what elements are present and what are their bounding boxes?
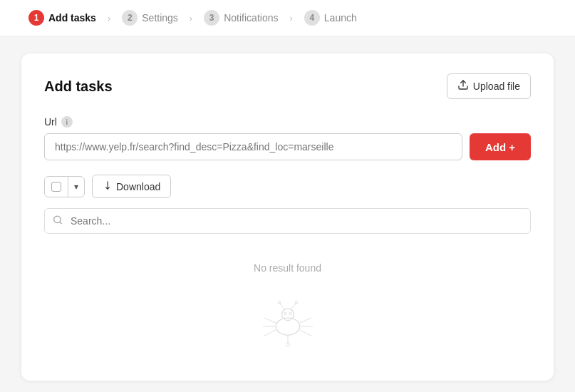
- svg-point-7: [289, 312, 291, 315]
- search-input[interactable]: [44, 208, 531, 234]
- step-4-label: Launch: [324, 12, 357, 24]
- upload-file-button[interactable]: Upload file: [447, 73, 531, 99]
- add-button[interactable]: Add +: [470, 133, 531, 160]
- search-icon: [53, 215, 63, 227]
- svg-line-11: [299, 318, 311, 323]
- stepper: 1 Add tasks › 2 Settings › 3 Notificatio…: [0, 0, 575, 36]
- step-1[interactable]: 1 Add tasks: [29, 10, 96, 26]
- url-label-row: Url i: [44, 116, 531, 128]
- download-label: Download: [116, 181, 160, 192]
- chevron-icon-3: ›: [289, 13, 292, 24]
- checkbox-dropdown[interactable]: ▾: [44, 176, 85, 197]
- svg-point-5: [281, 309, 294, 321]
- svg-line-10: [264, 330, 276, 336]
- url-input-row: Add +: [44, 133, 531, 160]
- svg-point-19: [286, 343, 289, 346]
- info-icon[interactable]: i: [61, 116, 73, 128]
- card-header: Add tasks Upload file: [44, 73, 531, 99]
- svg-point-6: [284, 312, 286, 315]
- step-1-label: Add tasks: [48, 12, 96, 24]
- chevron-icon-2: ›: [190, 13, 192, 24]
- svg-line-3: [60, 222, 62, 224]
- step-2-number: 2: [122, 10, 138, 26]
- upload-file-label: Upload file: [473, 81, 520, 92]
- download-button[interactable]: Download: [92, 175, 171, 198]
- step-4-number: 4: [304, 10, 320, 26]
- step-2[interactable]: 2 Settings: [122, 10, 178, 26]
- empty-text: No result found: [254, 262, 321, 274]
- svg-line-15: [291, 303, 296, 309]
- url-input[interactable]: [44, 133, 462, 160]
- chevron-icon-1: ›: [108, 13, 110, 24]
- main-card: Add tasks Upload file Url i Add + ▾: [21, 53, 554, 381]
- toolbar-row: ▾ Download: [44, 175, 531, 198]
- card-title: Add tasks: [44, 78, 113, 95]
- select-all-checkbox[interactable]: [51, 182, 61, 192]
- svg-line-14: [279, 303, 285, 309]
- download-icon: [103, 180, 113, 192]
- empty-illustration: [245, 287, 331, 358]
- checkbox-cell[interactable]: [45, 177, 68, 197]
- step-3[interactable]: 3 Notifications: [204, 10, 278, 26]
- dropdown-arrow-icon[interactable]: ▾: [68, 177, 84, 197]
- search-wrapper: [44, 208, 531, 234]
- url-label-text: Url: [44, 116, 57, 128]
- step-3-label: Notifications: [224, 12, 278, 24]
- step-2-label: Settings: [142, 12, 178, 24]
- svg-line-8: [264, 318, 276, 323]
- step-1-number: 1: [29, 10, 44, 26]
- upload-icon: [457, 79, 469, 93]
- step-3-number: 3: [204, 10, 219, 26]
- step-4[interactable]: 4 Launch: [304, 10, 357, 26]
- svg-line-13: [299, 330, 311, 336]
- empty-state: No result found: [44, 255, 531, 358]
